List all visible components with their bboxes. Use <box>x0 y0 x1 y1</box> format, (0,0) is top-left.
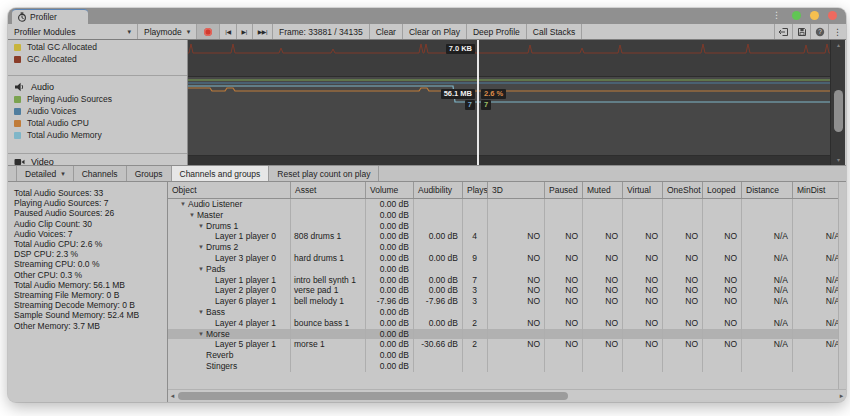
expander-icon[interactable]: ▼ <box>198 264 206 275</box>
column-header[interactable]: Virtual <box>623 182 663 198</box>
scroll-down-icon[interactable]: ▾ <box>831 156 846 164</box>
table-row[interactable]: ▼Reverb0.00 dB <box>168 350 846 361</box>
reset-play-count-button[interactable]: Reset play count on play <box>269 166 379 181</box>
table-row[interactable]: ▼Audio Listener0.00 dB <box>168 199 846 210</box>
column-header[interactable]: Plays <box>463 182 488 198</box>
column-header[interactable]: Muted <box>583 182 623 198</box>
clear-button[interactable]: Clear <box>370 24 403 39</box>
deep-profile-button[interactable]: Deep Profile <box>467 24 527 39</box>
tab-channels-and-groups[interactable]: Channels and groups <box>172 166 270 181</box>
titlebar-kebab-icon[interactable]: ⋮ <box>772 11 781 20</box>
chart-vertical-scrollbar[interactable]: ▴ ▾ <box>830 40 845 165</box>
detailed-dropdown[interactable]: Detailed ▾ <box>16 166 74 181</box>
modules-sidebar: Total GC AllocatedGC Allocated Audio Pla… <box>8 40 188 165</box>
table-row[interactable]: ▼Layer 4 player 1bounce bass 10.00 dB0.0… <box>168 318 846 329</box>
table-row[interactable]: ▼Layer 6 player 1bell melody 1-7.96 dB-7… <box>168 296 846 307</box>
table-scrollbar-thumb[interactable] <box>178 392 568 400</box>
next-frame-button[interactable]: ▶| <box>237 24 253 39</box>
table-row[interactable]: ▼Bass0.00 dB <box>168 307 846 318</box>
gc-chart <box>188 40 830 77</box>
table-row[interactable]: ▼Morse0.00 dB <box>168 329 846 340</box>
tab-channels[interactable]: Channels <box>74 166 127 181</box>
table-row[interactable]: ▼Layer 1 player 1intro bell synth 10.00 … <box>168 275 846 286</box>
column-header[interactable]: Volume <box>366 182 414 198</box>
legend-item[interactable]: GC Allocated <box>8 53 187 65</box>
current-frame-button[interactable]: ▶▶| <box>253 24 273 39</box>
cell-paused <box>545 242 583 253</box>
cell-d3: NO <box>488 285 545 296</box>
table-row[interactable]: ▼Stingers0.00 dB <box>168 361 846 372</box>
legend-item[interactable]: Playing Audio Sources <box>8 93 187 105</box>
column-header[interactable]: 3D <box>488 182 545 198</box>
column-header[interactable]: Paused <box>545 182 583 198</box>
cell-looped <box>703 199 742 210</box>
table-row[interactable]: ▼Layer 2 player 0verse pad 10.00 dB0.00 … <box>168 285 846 296</box>
table-row[interactable]: ▼Master0.00 dB <box>168 210 846 221</box>
table-row[interactable]: ▼Layer 5 player 1morse 10.00 dB-30.66 dB… <box>168 339 846 350</box>
column-header[interactable]: Looped <box>703 182 742 198</box>
tab-profiler[interactable]: Profiler <box>12 9 88 24</box>
object-label: Drums 1 <box>206 221 238 232</box>
cell-plays <box>463 307 488 318</box>
expander-icon[interactable]: ▼ <box>198 242 206 253</box>
profiler-modules-dropdown[interactable]: Profiler Modules ▾ <box>8 24 138 39</box>
playhead[interactable] <box>477 40 479 165</box>
chart-area[interactable]: 7.0 KB 56.1 MB 2.6 % 7 7 <box>188 40 830 165</box>
help-button[interactable]: ? <box>810 24 828 39</box>
table-row[interactable]: ▼Drums 20.00 dB <box>168 242 846 253</box>
column-header[interactable]: Asset <box>291 182 366 198</box>
load-profile-button[interactable] <box>774 24 792 39</box>
cell-paused: NO <box>545 231 583 242</box>
table-row[interactable]: ▼Drums 10.00 dB <box>168 221 846 232</box>
video-module-header[interactable]: Video <box>14 157 54 165</box>
stat-line: Streaming CPU: 0.0 % <box>14 259 167 269</box>
cell-asset <box>291 307 366 318</box>
tab-groups[interactable]: Groups <box>127 166 172 181</box>
cell-object: ▼Reverb <box>168 350 291 361</box>
expander-icon[interactable]: ▼ <box>198 307 206 318</box>
legend-item[interactable]: Total Audio CPU <box>8 117 187 129</box>
expander-icon[interactable]: ▼ <box>189 210 197 221</box>
scroll-up-icon[interactable]: ▴ <box>831 41 846 49</box>
toolbar-menu-button[interactable]: ⋮ <box>828 24 846 39</box>
record-button[interactable] <box>197 24 220 39</box>
audio-module-header[interactable]: Audio <box>14 82 54 92</box>
call-stacks-button[interactable]: Call Stacks <box>527 24 583 39</box>
legend-item[interactable]: Total Audio Memory <box>8 129 187 141</box>
object-label: Audio Listener <box>188 199 242 210</box>
table-row[interactable]: ▼Pads0.00 dB <box>168 264 846 275</box>
column-header[interactable]: Object <box>168 182 291 198</box>
window-button-green[interactable] <box>792 11 801 20</box>
frame-counter: Frame: 33881 / 34135 <box>273 24 370 39</box>
expander-icon[interactable]: ▼ <box>180 199 188 210</box>
prev-frame-button[interactable]: |◀ <box>220 24 236 39</box>
column-header[interactable]: Distance <box>742 182 793 198</box>
window-button-red[interactable] <box>828 11 837 20</box>
cell-object: ▼Morse <box>168 329 291 340</box>
column-header[interactable]: OneShot <box>663 182 703 198</box>
cell-paused <box>545 307 583 318</box>
cell-asset: bell melody 1 <box>291 296 366 307</box>
cell-plays <box>463 329 488 340</box>
column-header[interactable]: Audibility <box>414 182 463 198</box>
chart-scrollbar-thumb[interactable] <box>834 90 843 132</box>
object-label: Layer 1 player 0 <box>215 231 276 242</box>
cell-paused: NO <box>545 253 583 264</box>
clear-on-play-button[interactable]: Clear on Play <box>403 24 467 39</box>
scroll-right-icon[interactable]: ▸ <box>837 390 846 401</box>
table-horizontal-scrollbar[interactable]: ◂ ▸ <box>168 389 846 400</box>
window-button-yellow[interactable] <box>810 11 819 20</box>
table-row[interactable]: ▼Layer 3 player 0hard drums 10.00 dB0.00… <box>168 253 846 264</box>
legend-item[interactable]: Total GC Allocated <box>8 41 187 53</box>
object-label: Bass <box>206 307 225 318</box>
playmode-dropdown[interactable]: Playmode ▾ <box>138 24 197 39</box>
expander-icon[interactable]: ▼ <box>198 329 206 340</box>
legend-item[interactable]: Audio Voices <box>8 105 187 117</box>
scroll-left-icon[interactable]: ◂ <box>168 390 177 401</box>
object-label: Layer 6 player 1 <box>215 296 276 307</box>
cell-looped <box>703 221 742 232</box>
table-row[interactable]: ▼Layer 1 player 0808 drums 10.00 dB0.00 … <box>168 231 846 242</box>
playing-value-label: 7 <box>481 100 491 110</box>
save-profile-button[interactable] <box>792 24 810 39</box>
expander-icon[interactable]: ▼ <box>198 221 206 232</box>
